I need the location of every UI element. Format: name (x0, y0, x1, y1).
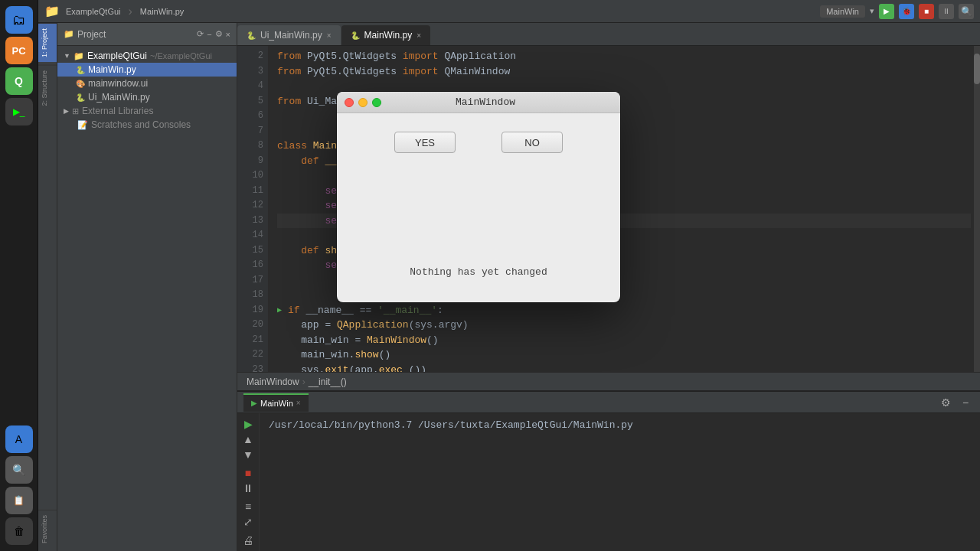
run-restart-btn[interactable]: ▶ (240, 418, 256, 430)
modal-body: YES NO Nothing has yet changed (337, 113, 620, 302)
modal-window[interactable]: MainWindow YES NO Nothing has yet change… (337, 92, 620, 302)
tree-item-root[interactable]: ▼ 📁 ExampleQtGui ~/ExampleQtGui (57, 49, 237, 63)
tree-root-label: ExampleQtGui (87, 51, 147, 61)
modal-buttons: YES NO (394, 132, 563, 153)
modal-title: MainWindow (358, 95, 612, 110)
project-settings-btn[interactable]: ⚙ (215, 29, 223, 39)
tab-mainwin-close[interactable]: × (416, 31, 421, 40)
modal-status-text: Nothing has yet changed (410, 265, 547, 280)
bottom-panel: ▶ MainWin × ⚙ − ▶ ▲ ▼ ■ (237, 390, 980, 551)
breadcrumb-class: MainWindow (247, 377, 299, 387)
project-close-btn[interactable]: × (226, 29, 230, 39)
tree-item-external-libs[interactable]: ▶ ⊞ External Libraries (57, 104, 237, 118)
bottom-content: ▶ ▲ ▼ ■ ⏸ ≡ ⤢ 🖨 📌 🗑 (237, 413, 980, 551)
breadcrumb-bar: MainWindow › __init__() (237, 372, 980, 390)
run-list-btn[interactable]: ≡ (240, 500, 256, 513)
file-title: MainWin.py (140, 7, 184, 16)
bottom-tab-run-close[interactable]: × (296, 399, 301, 407)
run-up-btn[interactable]: ▲ (240, 433, 256, 445)
tab-uimainwin[interactable]: 🐍 Ui_MainWin.py × (237, 25, 341, 45)
project-collapse-btn[interactable]: − (207, 29, 211, 39)
tree-extlibs-label: External Libraries (82, 106, 153, 116)
tree-item-mainwindowui[interactable]: 🎨 mainwindow.ui (57, 77, 237, 90)
dock-icon-qt[interactable]: Q (5, 67, 33, 95)
run-config-label[interactable]: MainWin (820, 5, 865, 18)
modal-titlebar: MainWindow (337, 92, 620, 113)
bottom-tab-run-label: MainWin (260, 399, 293, 408)
run-down-btn[interactable]: ▼ (240, 448, 256, 461)
tab-uimainwin-label: Ui_MainWin.py (260, 30, 322, 41)
py-file-icon2: 🐍 (76, 93, 85, 102)
tab-mainwin-label: MainWin.py (364, 30, 413, 41)
dock-icon-appstore[interactable]: A (5, 425, 33, 453)
run-expand-btn[interactable]: ⤢ (240, 516, 256, 528)
run-button[interactable]: ▶ (879, 4, 894, 19)
ui-file-icon: 🎨 (76, 80, 85, 88)
project-header: 📁 Project ⟳ − ⚙ × (57, 23, 237, 46)
pause-button[interactable]: ⏸ (939, 4, 954, 19)
bottom-settings-btn[interactable]: ⚙ (937, 394, 954, 411)
folder-icon: 📁 (74, 51, 84, 61)
code-content: 23456 7891011 1213141516 1718192021 2223… (237, 46, 980, 372)
dock-icon-search[interactable]: 🔍 (5, 456, 33, 484)
editor-main: 🐍 Ui_MainWin.py × 🐍 MainWin.py × 23456 7… (237, 23, 980, 551)
debug-button[interactable]: 🐞 (899, 4, 914, 19)
dock-icon-terminal[interactable]: ▶_ (5, 98, 33, 126)
sidebar-tab-project[interactable]: 1: Project (38, 23, 57, 62)
traffic-red[interactable] (345, 98, 354, 107)
run-icon: ▶ (251, 399, 257, 407)
project-title: ExampleQtGui (66, 7, 121, 16)
folder-icon: 📁 (44, 4, 60, 18)
scrollbar-right[interactable] (974, 46, 980, 372)
line-numbers: 23456 7891011 1213141516 1718192021 2223… (237, 46, 268, 372)
bottom-tabs-bar: ▶ MainWin × ⚙ − (237, 392, 980, 413)
tree-mainwindowui-label: mainwindow.ui (88, 78, 148, 89)
project-header-icon: 📁 (64, 29, 74, 39)
tree-uimainwin-label: Ui_MainWin.py (88, 92, 150, 103)
tree-item-scratches[interactable]: 📝 Scratches and Consoles (57, 118, 237, 132)
run-pause-run-btn[interactable]: ⏸ (240, 482, 256, 494)
bottom-minimize-btn[interactable]: − (957, 394, 974, 411)
libs-icon: ⊞ (72, 106, 79, 116)
dock-icon-trash[interactable]: 🗑 (5, 517, 33, 545)
dock-icon-finder[interactable]: 🗂 (5, 6, 33, 34)
project-header-label: Project (77, 29, 106, 40)
project-tree: ▼ 📁 ExampleQtGui ~/ExampleQtGui 🐍 MainWi… (57, 46, 237, 135)
tabs-bar: 🐍 Ui_MainWin.py × 🐍 MainWin.py × (237, 23, 980, 46)
tree-root-path: ~/ExampleQtGui (150, 51, 212, 60)
arrow-right-icon: ▶ (64, 107, 69, 115)
py-tab-icon: 🐍 (247, 31, 256, 40)
project-panel: 📁 Project ⟳ − ⚙ × ▼ 📁 ExampleQtGui ~/Exa… (57, 23, 237, 551)
breadcrumb-method: __init__() (309, 377, 347, 387)
run-stop-btn[interactable]: ■ (240, 467, 256, 479)
run-command-text: /usr/local/bin/python3.7 /Users/tuxta/Ex… (269, 419, 633, 431)
py-tab-icon2: 🐍 (351, 31, 360, 40)
sidebar-tab-favorites[interactable]: Favorites (38, 510, 57, 548)
run-print-btn[interactable]: 🖨 (240, 534, 256, 546)
arrow-down-icon: ▼ (64, 52, 70, 60)
run-left-controls: ▶ ▲ ▼ ■ ⏸ ≡ ⤢ 🖨 📌 🗑 (237, 413, 260, 551)
breadcrumb-sep-icon: › (302, 377, 305, 387)
vertical-sidebar: 1: Project 2: Structure Favorites (38, 23, 57, 551)
project-sync-btn[interactable]: ⟳ (197, 29, 204, 39)
bottom-tab-run[interactable]: ▶ MainWin × (243, 393, 309, 412)
py-file-icon: 🐍 (76, 66, 85, 74)
tree-item-uimainwin[interactable]: 🐍 Ui_MainWin.py (57, 90, 237, 104)
dock-icon-pc[interactable]: PC (5, 37, 33, 64)
tab-mainwin[interactable]: 🐍 MainWin.py × (341, 25, 431, 45)
sidebar-tab-structure[interactable]: 2: Structure (38, 65, 57, 111)
run-output: /usr/local/bin/python3.7 /Users/tuxta/Ex… (260, 413, 980, 551)
tree-scratches-label: Scratches and Consoles (91, 119, 191, 130)
stop-button[interactable]: ■ (919, 4, 934, 19)
scratches-icon: 📝 (77, 120, 88, 130)
chevron-icon: ▾ (870, 6, 874, 16)
modal-no-button[interactable]: NO (501, 132, 563, 153)
top-bar: 📁 ExampleQtGui › MainWin.py MainWin ▾ ▶ … (38, 0, 980, 23)
mac-dock: 🗂 PC Q ▶_ A 🔍 📋 🗑 (0, 0, 38, 551)
tab-uimainwin-close[interactable]: × (327, 31, 332, 40)
tree-mainwin-label: MainWin.py (88, 64, 136, 75)
search-everywhere[interactable]: 🔍 (959, 4, 974, 19)
modal-yes-button[interactable]: YES (394, 132, 456, 153)
dock-icon-notes[interactable]: 📋 (5, 487, 33, 514)
tree-item-mainwin[interactable]: 🐍 MainWin.py (57, 63, 237, 77)
